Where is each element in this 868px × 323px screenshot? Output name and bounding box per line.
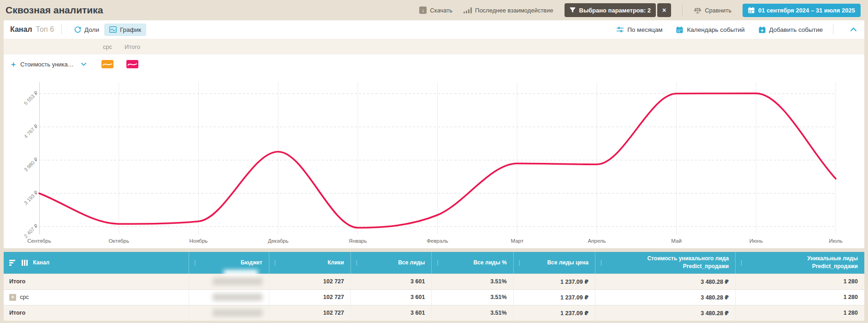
value-cell: 3 480.28 ₽ [595, 305, 735, 321]
column-menu-icon[interactable]: ⋮ [272, 259, 278, 266]
column-menu-icon[interactable]: ⋮ [738, 259, 744, 266]
x-tick-label: Апрель [588, 238, 606, 244]
x-tick-label: Ноябрь [189, 238, 208, 244]
column-menu-icon[interactable]: ⋮ [598, 259, 604, 266]
column-header-7[interactable]: ⋮Уникальные лиды Predict_продажи [735, 252, 864, 274]
x-tick-label: Декабрь [268, 238, 289, 244]
x-tick-label: Сентябрь [27, 238, 51, 244]
x-tick-label: Октябрь [108, 238, 129, 244]
table-row-cpc[interactable]: +cpc102 7273 6013.51%1 237.09 ₽3 480.28 … [4, 289, 864, 305]
clear-filters-button[interactable]: × [657, 3, 671, 17]
value-cell: 3 601 [351, 274, 431, 289]
x-tick-label: Январь [349, 238, 367, 244]
value-cell: 102 727 [269, 274, 351, 289]
x-tick-label: Май [671, 238, 682, 244]
column-header-1[interactable]: ⋮Бюджет [189, 252, 269, 274]
series-swatch-Итого[interactable] [126, 60, 138, 68]
collapse-chart-button[interactable] [849, 25, 858, 34]
column-label: Канал [33, 259, 50, 267]
download-icon: ↓ [419, 6, 427, 14]
calendar-icon [676, 26, 683, 33]
filter-rows-icon[interactable] [9, 260, 15, 266]
value-cell: 3.51% [431, 305, 513, 321]
column-label: Все лиды цена [547, 259, 589, 267]
column-settings-icon[interactable] [22, 260, 28, 266]
value-cell: 3.51% [431, 290, 513, 305]
view-toggle-shares[interactable]: Доли [69, 24, 104, 36]
value-cell: 102 727 [269, 305, 351, 321]
table-body: Итого102 7273 6013.51%1 237.09 ₽3 480.28… [4, 274, 864, 321]
column-menu-icon[interactable]: ⋮ [517, 259, 523, 266]
redacted-value [213, 309, 262, 317]
column-header-6[interactable]: ⋮Стоимость уникального лида Predict_прод… [595, 252, 735, 274]
calendar-icon [748, 7, 755, 13]
value-cell: 3 601 [351, 305, 431, 321]
chart-plot-area[interactable] [39, 82, 836, 234]
legend-column-cpc: cpc [103, 43, 112, 50]
chart-card: Канал Топ 6 Доли График [4, 20, 864, 248]
compare-button[interactable]: Сравнить [694, 7, 731, 14]
funnel-icon [570, 7, 576, 13]
add-event-button[interactable]: Добавить событие [759, 26, 823, 33]
y-tick-label: 4 767 ₽ [23, 123, 40, 140]
column-menu-icon[interactable]: ⋮ [192, 259, 198, 266]
value-cell: 3.51% [431, 274, 513, 289]
y-axis-labels: 5 553 ₽4 767 ₽3 980 ₽3 193 ₽2 407 ₽ [4, 82, 39, 234]
bar-chart-icon [464, 7, 472, 13]
graph-icon [109, 26, 117, 33]
table-row-Итого[interactable]: Итого102 7273 6013.51%1 237.09 ₽3 480.28… [4, 274, 864, 289]
budget-cell [189, 305, 269, 321]
redaction-blur [224, 270, 258, 276]
value-cell: 3 480.28 ₽ [595, 274, 735, 289]
date-range-button[interactable]: 01 сентября 2024 – 31 июля 2025 [743, 4, 861, 17]
value-cell: 3 480.28 ₽ [595, 290, 735, 305]
top-bar: Сквозная аналитика ↓ Скачать Последнее в… [0, 0, 868, 20]
column-label: Все лиды [398, 259, 425, 267]
column-menu-icon[interactable]: ⋮ [354, 259, 360, 266]
value-cell: 1 280 [735, 305, 864, 321]
value-cell: 1 237.09 ₽ [513, 290, 595, 305]
legend-column-headers: cpcИтого [4, 39, 864, 54]
column-header-2[interactable]: ⋮Клики [269, 252, 351, 274]
channel-cell: Итого [4, 305, 189, 321]
column-label: Уникальные лиды Predict_продажи [807, 255, 858, 271]
column-header-kanal[interactable]: Канал [4, 252, 189, 274]
column-header-5[interactable]: ⋮Все лиды цена [513, 252, 595, 274]
top-bar-actions: ↓ Скачать Последнее взаимодействие Выбра… [419, 3, 861, 17]
view-toggle-graph[interactable]: График [104, 24, 146, 36]
shares-icon [74, 26, 81, 33]
sliders-icon [617, 26, 624, 33]
x-axis-labels: СентябрьОктябрьНоябрьДекабрьЯнварьФеврал… [39, 236, 836, 248]
column-label: Клики [327, 259, 344, 267]
y-tick-label: 5 553 ₽ [23, 90, 40, 107]
chevron-down-icon[interactable] [81, 63, 86, 66]
add-metric-icon[interactable]: + [11, 60, 16, 68]
column-menu-icon[interactable]: ⋮ [434, 259, 440, 266]
page-title: Сквозная аналитика [6, 5, 103, 16]
value-cell: 102 727 [269, 290, 351, 305]
table-row-Итого[interactable]: Итого102 7273 6013.51%1 237.09 ₽3 480.28… [4, 305, 864, 321]
budget-cell [189, 274, 269, 289]
budget-cell [189, 290, 269, 305]
divider [682, 4, 683, 16]
column-label: Бюджет [241, 259, 262, 267]
legend-column-Итого: Итого [125, 43, 140, 50]
column-header-4[interactable]: ⋮Все лиды % [431, 252, 513, 274]
close-icon: × [662, 6, 666, 14]
attribution-model-button[interactable]: Последнее взаимодействие [464, 7, 553, 14]
column-header-3[interactable]: ⋮Все лиды [351, 252, 431, 274]
redacted-value [213, 278, 262, 285]
download-button[interactable]: ↓ Скачать [419, 6, 452, 14]
divider [833, 24, 833, 35]
series-swatch-cpc[interactable] [101, 60, 113, 68]
value-cell: 1 280 [735, 290, 864, 305]
expand-row-icon[interactable]: + [9, 294, 16, 301]
events-calendar-button[interactable]: Календарь событий [676, 26, 744, 33]
by-months-button[interactable]: По месяцам [617, 26, 662, 33]
y-tick-label: 2 407 ₽ [23, 223, 40, 239]
chart-svg [39, 82, 836, 234]
selected-filters-button[interactable]: Выбрано параметров: 2 [565, 3, 656, 17]
column-label: Стоимость уникального лида Predict_прода… [647, 255, 729, 271]
divider [61, 24, 62, 35]
value-cell: 1 237.09 ₽ [513, 274, 595, 289]
